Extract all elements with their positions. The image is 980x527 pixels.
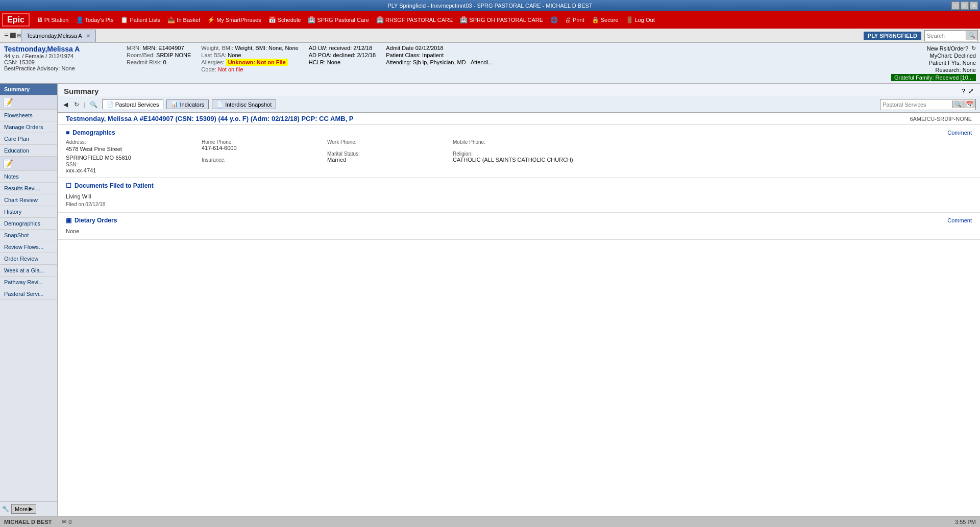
new-tab-icon[interactable]: ⬛ [10, 33, 16, 38]
patient-csn: CSN: 15309 [4, 59, 116, 65]
message-icon[interactable]: ✉ [62, 518, 66, 525]
menu-todays-pts[interactable]: 👤 Today's Pts [73, 15, 117, 25]
search-toolbar-button[interactable]: 🔍 [88, 101, 99, 109]
patient-mrn: MRN: E1404907 [142, 45, 184, 51]
menu-rhsgf-pastoral[interactable]: 🏥 RHSGF PASTORAL CARE [373, 15, 456, 25]
doc-item-living-will: Living Will [66, 192, 972, 200]
demographics-comment-link[interactable]: Comment [947, 130, 972, 136]
pastoral-search-button[interactable]: 🔍 [952, 101, 964, 108]
menu-schedule[interactable]: 📅 Schedule [265, 15, 304, 25]
sidebar-label-review-flows: Review Flows... [4, 244, 43, 250]
sidebar-item-snapshot[interactable]: SnapShot [0, 230, 57, 241]
dietary-comment-link[interactable]: Comment [947, 217, 972, 223]
doc-filed-date: Filed on 02/12/18 [66, 200, 972, 208]
sidebar-item-demographics[interactable]: Demographics [0, 218, 57, 230]
sidebar-item-notes[interactable]: Notes [0, 171, 57, 183]
toolbar-tab-interdisc[interactable]: 📄 Interdisc Snapshot [212, 99, 276, 109]
maximize-button[interactable]: □ [961, 2, 969, 10]
sidebar-item-review-flows[interactable]: Review Flows... [0, 241, 57, 253]
sidebar-label-care-plan: Care Plan [4, 136, 29, 142]
more-button[interactable]: More ▶ [11, 504, 36, 514]
epic-logo[interactable]: Epic [2, 13, 30, 27]
sidebar-item-summary[interactable]: Summary [0, 84, 57, 95]
back-button[interactable]: ◀ [62, 101, 69, 109]
tab-grid-icon[interactable]: ⊞ [17, 33, 21, 38]
menu-sprg-oh-pastoral[interactable]: 🏥 SPRG OH PASTORAL CARE [457, 15, 546, 25]
pastoral-calendar-button[interactable]: 📅 [964, 101, 975, 108]
pastoral-search-input[interactable] [880, 102, 952, 108]
sidebar-item-results-revi[interactable]: Results Revi... [0, 183, 57, 194]
refresh-button[interactable]: ↻ [72, 101, 81, 109]
minimize-button[interactable]: ─ [951, 2, 960, 10]
todays-pts-icon: 👤 [76, 16, 84, 23]
sidebar-item-chart-review[interactable]: Chart Review [0, 194, 57, 206]
status-bar: MICHAEL D BEST ✉ 0 3:55 PM [0, 516, 980, 527]
mychart-status: MyChart: Declined [930, 53, 976, 59]
menu-web[interactable]: 🌐 [547, 15, 561, 25]
menu-logout[interactable]: 🚪 Log Out [623, 15, 658, 25]
sidebar-item-week-at-a-glance[interactable]: Week at a Gla... [0, 265, 57, 277]
in-basket-icon: 📥 [167, 16, 175, 23]
wrench-icon[interactable]: 🔧 [2, 506, 9, 512]
sidebar-item-label: Summary [4, 86, 30, 92]
toolbar-tab-pastoral[interactable]: 📄 Pastoral Services [102, 99, 164, 109]
sidebar-item-education[interactable]: Education [0, 145, 57, 157]
menu-secure[interactable]: 🔒 Secure [589, 15, 622, 25]
menu-in-basket[interactable]: 📥 In Basket [164, 15, 203, 25]
content-area: Summary ? ⤢ ◀ ↻ | 🔍 📄 Pastoral Services … [58, 84, 980, 516]
demographics-section-icon: ■ [66, 129, 69, 136]
patient-header: Testmonday,Melissa A 44 y.o. / Female / … [0, 43, 980, 84]
toolbar-tab-indicators[interactable]: 📊 Indicators [166, 99, 209, 109]
search-button[interactable]: 🔍 [966, 31, 977, 40]
patient-class: Patient Class: Inpatient [386, 52, 444, 58]
work-phone-block: Work Phone: Marital Status: Married [327, 139, 445, 173]
logout-icon: 🚪 [626, 16, 633, 23]
menu-pt-station[interactable]: 🖥 Pt Station [34, 15, 72, 25]
help-icon[interactable]: ? [962, 87, 965, 95]
sidebar-item-pastoral-servi[interactable]: Pastoral Servi... [0, 288, 57, 300]
sidebar-item-care-plan[interactable]: Care Plan [0, 133, 57, 145]
marital-status-value: Married [327, 157, 445, 163]
sidebar-item-history[interactable]: History [0, 206, 57, 218]
expand-icon[interactable]: ⤢ [968, 87, 974, 95]
patient-fyis: Patient FYIs: None [929, 60, 976, 66]
admit-date: Admit Date 02/12/2018 [386, 45, 444, 51]
last-bsa: None [228, 52, 241, 58]
ad-lw: AD LW: received: 2/12/18 [309, 45, 372, 51]
message-count: 0 [68, 519, 71, 525]
patient-tab[interactable]: Testmonday,Melissa A ✕ [21, 30, 96, 42]
status-message: ✉ 0 [62, 518, 71, 525]
sidebar-item-manage-orders[interactable]: Manage Orders [0, 121, 57, 133]
sidebar-item-pathway-revi[interactable]: Pathway Revi... [0, 277, 57, 288]
location-badge: PLY SPRINGFIELD [864, 32, 921, 40]
code-status: Not on file [218, 66, 243, 72]
pastoral-search-box: 🔍 📅 [880, 99, 976, 110]
status-user: MICHAEL D BEST [4, 519, 52, 525]
search-input[interactable] [925, 33, 966, 39]
close-button[interactable]: ✕ [970, 2, 978, 10]
patient-name-block: Testmonday,Melissa A 44 y.o. / Female / … [4, 45, 116, 71]
tab-bar: ☰ ⬛ ⊞ Testmonday,Melissa A ✕ PLY SPRINGF… [0, 29, 980, 43]
sidebar-label-order-review: Order Review [4, 256, 38, 262]
menu-smart-phrases[interactable]: ⚡ My SmartPhrases [204, 15, 264, 25]
refresh-icon[interactable]: ↻ [971, 45, 976, 52]
address-label: Address: [66, 139, 193, 145]
sidebar-label-education: Education [4, 147, 29, 154]
insurance-label: Insurance: [202, 157, 319, 163]
menu-patient-lists[interactable]: 📋 Patient Lists [117, 15, 163, 25]
weight-bmi: Weight, BMI: None, None [235, 45, 299, 51]
tab-close-icon[interactable]: ✕ [86, 33, 90, 39]
sidebar-label-flowsheets: Flowsheets [4, 112, 33, 118]
marital-status-label: Marital Status: [327, 151, 445, 157]
mobile-phone-block: Mobile Phone: Religion: CATHOLIC (ALL SA… [453, 139, 606, 173]
sidebar-item-order-review[interactable]: Order Review [0, 253, 57, 265]
hclr: HCLR: None [309, 59, 340, 65]
menu-print[interactable]: 🖨 Print [562, 15, 587, 25]
sidebar-item-flowsheets[interactable]: Flowsheets [0, 110, 57, 121]
indicators-tab-icon: 📊 [171, 101, 178, 108]
content-toolbar: ◀ ↻ | 🔍 📄 Pastoral Services 📊 Indicators… [58, 96, 980, 113]
tab-list-icon[interactable]: ☰ [4, 33, 9, 38]
pastoral-tab-label: Pastoral Services [115, 102, 159, 108]
menu-sprg-pastoral[interactable]: 🏥 SPRG Pastoral Care [305, 15, 372, 25]
summary-title: Summary [64, 87, 99, 95]
